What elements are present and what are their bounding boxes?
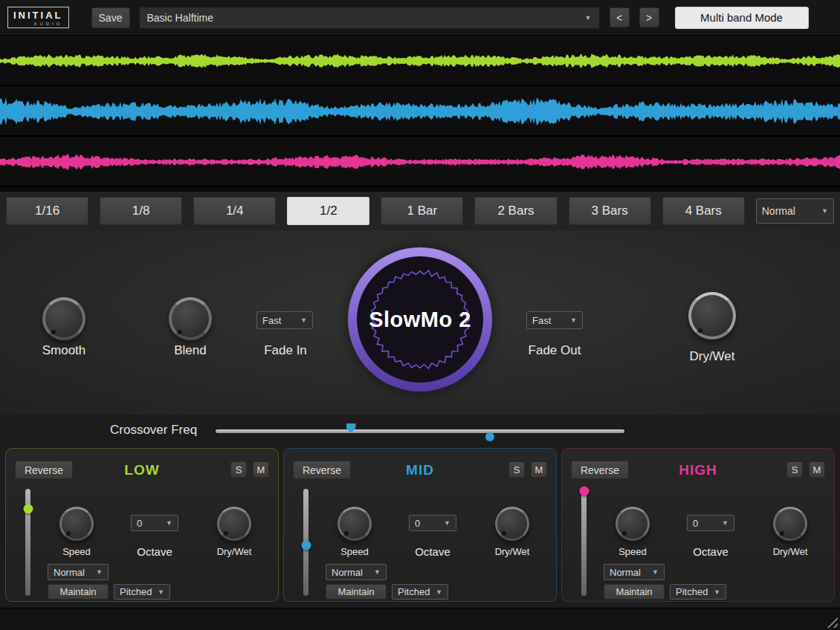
division-button-2-bars[interactable]: 2 Bars — [474, 197, 557, 225]
speed-knob[interactable] — [616, 507, 650, 541]
division-button-1-16[interactable]: 1/16 — [6, 197, 88, 225]
band-panel-mid: Reverse MID S M Speed 0 ▼ Octave Dry/Wet… — [283, 448, 557, 602]
maintain-button[interactable]: Maintain — [48, 584, 109, 600]
speed-mode-select[interactable]: Normal ▼ — [48, 564, 109, 580]
division-button-row: 1/16 1/8 1/4 1/2 1 Bar 2 Bars 3 Bars 4 B… — [0, 192, 840, 230]
band-drywet-label: Dry/Wet — [773, 546, 808, 557]
pitch-mode-select[interactable]: Pitched ▼ — [392, 584, 448, 600]
blend-label: Blend — [174, 343, 206, 358]
division-button-4-bars[interactable]: 4 Bars — [662, 197, 745, 225]
mute-button[interactable]: M — [531, 461, 547, 478]
band-drywet-knob[interactable] — [773, 507, 807, 541]
octave-select[interactable]: 0 ▼ — [687, 515, 734, 531]
division-button-1-4[interactable]: 1/4 — [193, 197, 276, 225]
solo-button[interactable]: S — [230, 461, 247, 478]
chevron-down-icon: ▼ — [166, 519, 172, 527]
next-preset-button[interactable]: > — [639, 7, 659, 27]
mute-button[interactable]: M — [253, 461, 269, 478]
band-volume-handle[interactable] — [23, 504, 33, 514]
main-drywet-label: Dry/Wet — [689, 349, 734, 364]
crossover-track[interactable] — [216, 429, 624, 433]
smooth-label: Smooth — [42, 343, 86, 358]
band-panel-high: Reverse HIGH S M Speed 0 ▼ Octave Dry/We… — [561, 448, 835, 602]
mute-button[interactable]: M — [809, 461, 825, 478]
save-button[interactable]: Save — [91, 7, 130, 28]
band-volume-slider[interactable] — [581, 489, 587, 596]
multiband-mode-button[interactable]: Multi band Mode — [675, 7, 809, 29]
speed-knob[interactable] — [59, 507, 94, 541]
smooth-knob[interactable] — [42, 297, 85, 340]
octave-select[interactable]: 0 ▼ — [409, 515, 456, 531]
fade-out-value: Fast — [532, 315, 551, 326]
division-button-1-bar[interactable]: 1 Bar — [381, 197, 463, 225]
plugin-title: SlowMo 2 — [369, 308, 471, 332]
solo-mute-group: S M — [508, 461, 547, 478]
waveform-display — [0, 36, 840, 192]
chevron-down-icon: ▼ — [714, 588, 720, 596]
band-drywet-knob[interactable] — [217, 507, 251, 541]
band-volume-slider[interactable] — [303, 489, 308, 596]
maintain-button[interactable]: Maintain — [326, 584, 387, 600]
chevron-down-icon: ▼ — [436, 588, 442, 596]
solo-mute-group: S M — [230, 461, 269, 478]
chevron-down-icon: ▼ — [158, 588, 164, 596]
preset-value: Basic Halftime — [147, 12, 213, 24]
band-drywet-label: Dry/Wet — [495, 546, 530, 557]
main-section: Smooth Blend Fast ▼ Fade In SlowMo 2 Fas… — [0, 230, 840, 415]
maintain-button[interactable]: Maintain — [604, 584, 665, 600]
division-button-1-2[interactable]: 1/2 — [287, 197, 369, 225]
speed-label: Speed — [618, 546, 647, 557]
octave-value: 0 — [415, 518, 420, 529]
solo-button[interactable]: S — [508, 461, 525, 478]
chevron-down-icon: ▼ — [96, 568, 103, 576]
fade-out-label: Fade Out — [529, 343, 581, 358]
band-drywet-knob[interactable] — [495, 507, 529, 541]
pitch-mode-select[interactable]: Pitched ▼ — [670, 584, 726, 600]
main-drywet-knob[interactable] — [688, 292, 736, 340]
pitch-mode-select[interactable]: Pitched ▼ — [114, 584, 170, 600]
slowmo-dial-inner: SlowMo 2 — [357, 256, 483, 383]
chevron-down-icon: ▼ — [585, 14, 592, 22]
crossover-handle-low[interactable] — [346, 423, 356, 433]
band-volume-handle[interactable] — [579, 486, 589, 496]
speed-mode-select[interactable]: Normal ▼ — [326, 564, 387, 580]
chevron-down-icon: ▼ — [300, 316, 307, 324]
band-volume-slider[interactable] — [25, 489, 30, 596]
fade-in-label: Fade In — [264, 343, 307, 358]
waveform-mid — [0, 86, 840, 137]
division-mode-value: Normal — [762, 205, 795, 217]
header-bar: INITIAL AUDIO Save Basic Halftime ▼ < > … — [0, 0, 840, 36]
chevron-down-icon: ▼ — [570, 316, 577, 324]
pitch-mode-value: Pitched — [676, 586, 708, 597]
band-volume-handle[interactable] — [301, 541, 311, 551]
speed-label: Speed — [340, 546, 369, 557]
crossover-handle-high[interactable] — [485, 432, 494, 441]
pitch-mode-value: Pitched — [120, 586, 152, 597]
speed-knob[interactable] — [337, 507, 372, 541]
chevron-down-icon: ▼ — [444, 519, 450, 527]
octave-select[interactable]: 0 ▼ — [131, 515, 178, 531]
fade-in-select[interactable]: Fast ▼ — [256, 311, 313, 329]
initial-audio-logo: INITIAL AUDIO — [7, 7, 69, 28]
blend-knob[interactable] — [169, 297, 212, 340]
fade-in-value: Fast — [262, 315, 281, 326]
speed-mode-value: Normal — [610, 567, 641, 578]
octave-label: Octave — [415, 545, 450, 558]
solo-button[interactable]: S — [786, 461, 803, 478]
division-mode-select[interactable]: Normal ▼ — [756, 198, 834, 224]
plugin-window: INITIAL AUDIO Save Basic Halftime ▼ < > … — [0, 0, 840, 630]
speed-label: Speed — [62, 546, 91, 557]
crossover-section: Crossover Freq — [0, 415, 840, 447]
division-button-1-8[interactable]: 1/8 — [100, 197, 182, 225]
waveform-high — [0, 137, 840, 187]
prev-preset-button[interactable]: < — [610, 7, 630, 27]
speed-mode-select[interactable]: Normal ▼ — [604, 564, 665, 580]
fade-out-select[interactable]: Fast ▼ — [526, 311, 583, 329]
crossover-label: Crossover Freq — [110, 423, 197, 438]
preset-select[interactable]: Basic Halftime ▼ — [139, 7, 600, 29]
speed-mode-value: Normal — [332, 567, 363, 578]
resize-grip[interactable] — [823, 613, 838, 628]
division-button-3-bars[interactable]: 3 Bars — [569, 197, 651, 225]
band-drywet-label: Dry/Wet — [217, 546, 252, 557]
slowmo-dial: SlowMo 2 — [348, 247, 492, 392]
